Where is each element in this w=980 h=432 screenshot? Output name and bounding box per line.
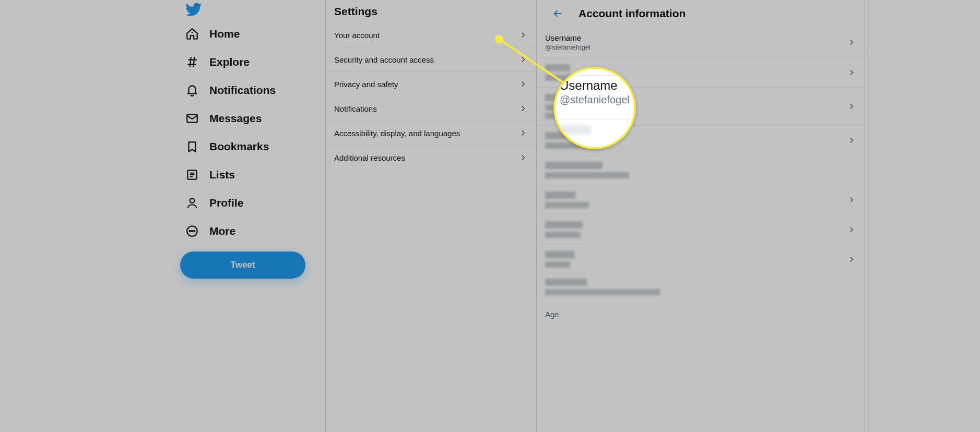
account-row-redacted	[537, 155, 865, 185]
settings-item-label: Security and account access	[334, 55, 434, 64]
mail-icon	[185, 112, 199, 125]
account-row-redacted[interactable]	[537, 185, 865, 215]
username-label: Username	[545, 33, 591, 42]
nav-explore[interactable]: Explore	[180, 48, 325, 76]
nav-item-label: Messages	[209, 112, 262, 125]
chevron-right-icon	[847, 102, 856, 111]
nav-notifications[interactable]: Notifications	[180, 76, 325, 104]
settings-item-label: Privacy and safety	[334, 80, 398, 89]
bookmark-icon	[185, 140, 199, 153]
more-icon	[185, 224, 199, 238]
nav-messages[interactable]: Messages	[180, 104, 325, 133]
settings-item-your-account[interactable]: Your account	[326, 23, 536, 47]
nav-item-label: Home	[209, 28, 240, 40]
chevron-right-icon	[518, 128, 528, 138]
home-icon	[185, 27, 199, 41]
account-row-username[interactable]: Username @stefaniefogel	[537, 27, 865, 58]
chevron-right-icon	[518, 104, 528, 113]
primary-nav: Home Explore Notifications Messages Book	[115, 0, 325, 432]
nav-item-label: Lists	[209, 169, 235, 181]
chevron-right-icon	[518, 30, 528, 40]
settings-item-accessibility[interactable]: Accessibility, display, and languages	[326, 121, 536, 146]
svg-point-5	[190, 231, 191, 232]
settings-item-additional[interactable]: Additional resources	[326, 146, 536, 170]
nav-item-label: Explore	[209, 56, 250, 68]
nav-item-label: More	[209, 225, 235, 237]
chevron-right-icon	[518, 79, 528, 89]
bell-icon	[185, 83, 199, 97]
chevron-right-icon	[847, 136, 856, 145]
nav-more[interactable]: More	[180, 217, 325, 245]
svg-point-0	[192, 32, 193, 33]
settings-item-privacy[interactable]: Privacy and safety	[326, 72, 536, 97]
chevron-right-icon	[518, 153, 528, 162]
nav-lists[interactable]: Lists	[180, 161, 325, 189]
account-info-column: Account information Username @stefaniefo…	[537, 0, 865, 432]
chevron-right-icon	[518, 55, 528, 64]
tweet-button[interactable]: Tweet	[180, 251, 305, 279]
nav-item-label: Profile	[209, 197, 243, 209]
back-button[interactable]	[548, 4, 567, 23]
nav-profile[interactable]: Profile	[180, 189, 325, 217]
svg-point-3	[190, 198, 195, 203]
settings-item-label: Additional resources	[334, 153, 405, 162]
settings-item-security[interactable]: Security and account access	[326, 47, 536, 72]
settings-item-label: Your account	[334, 31, 380, 40]
section-label-age: Age	[537, 304, 865, 319]
nav-item-label: Bookmarks	[209, 140, 269, 153]
profile-icon	[185, 196, 199, 210]
svg-point-6	[192, 231, 193, 232]
settings-list: Your account Security and account access…	[326, 23, 536, 170]
account-row-redacted	[537, 274, 865, 304]
account-row-redacted[interactable]	[537, 215, 865, 245]
twitter-logo-icon[interactable]	[185, 10, 202, 19]
svg-point-7	[194, 231, 195, 232]
settings-item-notifications[interactable]: Notifications	[326, 97, 536, 121]
account-row-redacted[interactable]	[537, 88, 865, 126]
account-info-title: Account information	[578, 7, 686, 20]
nav-home[interactable]: Home	[180, 20, 325, 48]
settings-item-label: Notifications	[334, 104, 377, 113]
settings-item-label: Accessibility, display, and languages	[334, 129, 460, 138]
account-row-redacted[interactable]	[537, 126, 865, 155]
nav-item-label: Notifications	[209, 84, 276, 97]
nav-bookmarks[interactable]: Bookmarks	[180, 133, 325, 161]
chevron-right-icon	[847, 195, 856, 205]
account-row-redacted[interactable]	[537, 58, 865, 88]
chevron-right-icon	[847, 225, 856, 234]
chevron-right-icon	[847, 255, 856, 264]
settings-column: Settings Your account Security and accou…	[325, 0, 537, 432]
settings-title: Settings	[326, 0, 536, 23]
hash-icon	[185, 55, 199, 69]
username-value: @stefaniefogel	[545, 43, 591, 51]
chevron-right-icon	[847, 68, 856, 77]
account-row-redacted[interactable]	[537, 245, 865, 274]
chevron-right-icon	[847, 38, 856, 47]
list-icon	[185, 168, 199, 182]
